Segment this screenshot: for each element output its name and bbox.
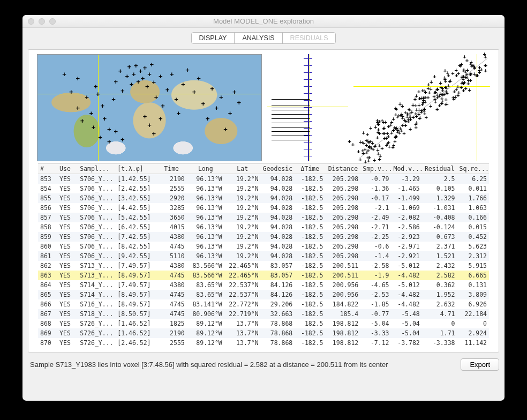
tab-residuals[interactable]: RESIDUALS [283, 33, 336, 43]
map-sample-marker: + [121, 87, 125, 94]
map-sample-marker: + [147, 121, 152, 128]
table-row[interactable]: 864YESS714_Y...[7.49.57]438083.65°W22.53… [38, 280, 489, 290]
scatter-point: + [459, 63, 462, 69]
col-header[interactable]: Residual [422, 164, 457, 174]
table-header-row[interactable]: #UseSampl...[t.λ.φ]TimeLongLatGeodesicΔT… [38, 164, 489, 174]
tab-display[interactable]: DISPLAY [192, 33, 235, 43]
map-sample-marker: + [147, 70, 152, 77]
map-sample-marker: + [143, 112, 147, 119]
table-row[interactable]: 866YESS716_Y...[8.49.57]474583.141°W22.7… [38, 299, 489, 309]
app-window: Model MODEL_ONE exploration DISPLAY ANAL… [22, 15, 505, 401]
map-sample-marker: + [219, 94, 223, 101]
export-button[interactable]: Export [461, 358, 499, 371]
map-sample-marker: + [130, 81, 134, 88]
scatter-point: + [409, 126, 412, 132]
map-sample-marker: + [107, 125, 111, 132]
map-sample-marker: + [98, 134, 102, 141]
scatter-point: + [369, 125, 372, 131]
titlebar: Model MODEL_ONE exploration [22, 15, 505, 28]
window-title: Model MODEL_ONE exploration [22, 17, 505, 25]
col-header[interactable]: # [38, 164, 57, 174]
map-sample-marker: + [103, 115, 107, 122]
col-header[interactable]: Distance [326, 164, 361, 174]
scatter-point: + [443, 85, 447, 91]
scatter-plot[interactable]: ++++++++++++++++++++++++++++++++++++++++… [353, 54, 490, 161]
world-map-plot[interactable]: ++++++++++++++++++++++++++++++++++++++++… [37, 54, 262, 161]
col-header[interactable]: Use [57, 164, 78, 174]
scatter-crosshair-v [477, 54, 477, 161]
scatter-point: + [366, 131, 369, 137]
data-table[interactable]: #UseSampl...[t.λ.φ]TimeLongLatGeodesicΔT… [38, 163, 489, 348]
col-header[interactable]: Geodesic [261, 164, 295, 174]
map-sample-marker: + [134, 62, 138, 69]
table-row[interactable]: 855YESS706_Y...[3.42.55]292096.13°W19.2°… [38, 193, 489, 203]
table-row[interactable]: 854YESS706_Y...[2.42.55]255596.13°W19.2°… [38, 184, 489, 193]
scatter-point: + [383, 131, 386, 137]
scatter-point: + [462, 67, 465, 73]
scatter-point: + [418, 115, 421, 121]
map-sample-marker: + [141, 74, 145, 81]
map-sample-marker: + [145, 83, 149, 90]
col-header[interactable]: ΔTime [295, 164, 325, 174]
col-header[interactable]: [t.λ.φ] [115, 164, 156, 174]
map-sample-marker: + [192, 88, 197, 95]
map-sample-marker: + [152, 130, 156, 137]
tab-analysis[interactable]: ANALYSIS [235, 33, 282, 43]
map-sample-marker: + [159, 72, 163, 79]
map-sample-marker: + [92, 123, 96, 130]
map-sample-marker: + [62, 70, 66, 77]
table-row[interactable]: 860YESS706_Y...[8.42.55]474596.13°W19.2°… [38, 242, 489, 251]
col-header[interactable]: Mod.v... [392, 164, 422, 174]
scatter-point: + [377, 121, 380, 127]
scatter-point: + [484, 54, 487, 59]
scatter-point: + [367, 158, 370, 164]
map-sample-marker: + [210, 85, 214, 92]
map-sample-marker: + [174, 96, 178, 103]
col-header[interactable]: Smp.v... [360, 164, 391, 174]
rug-crosshair-h [267, 107, 348, 107]
map-sample-marker: + [121, 136, 125, 143]
map-sample-marker: + [76, 104, 80, 111]
scatter-point: + [414, 122, 417, 128]
table-row[interactable]: 870YESS726_Y...[2.46.52]255589.12°W13.7°… [38, 338, 489, 348]
table-row[interactable]: 853YESS706_Y...[1.42.55]219096.13°W19.2°… [38, 174, 489, 184]
table-row[interactable]: 861YESS706_Y...[9.42.55]511096.13°W19.2°… [38, 251, 489, 261]
table-row[interactable]: 856YESS706_Y...[4.42.55]328596.13°W19.2°… [38, 203, 489, 213]
table-row[interactable]: 865YESS714_Y...[8.49.57]474583.65°W22.53… [38, 290, 489, 299]
scatter-point: + [462, 81, 465, 87]
minimize-icon[interactable] [39, 18, 45, 25]
table-row[interactable]: 862YESS713_Y...[7.49.57]438083.566°W22.4… [38, 261, 489, 271]
map-sample-marker: + [114, 128, 118, 134]
table-row[interactable]: 857YESS706_Y...[5.42.55]365096.13°W19.2°… [38, 213, 489, 222]
col-header[interactable]: Lat [224, 164, 261, 174]
scatter-point: + [422, 87, 425, 93]
col-header[interactable]: Time [156, 164, 187, 174]
rug-crosshair-v [310, 54, 310, 161]
scatter-point: + [380, 117, 383, 123]
col-header[interactable]: Sq.re... [457, 164, 489, 174]
col-header[interactable]: Sampl... [78, 164, 115, 174]
close-icon[interactable] [28, 18, 34, 25]
map-sample-marker: + [89, 109, 94, 116]
scatter-point: + [469, 71, 472, 77]
scatter-point: + [465, 58, 469, 64]
scatter-point: + [480, 66, 483, 72]
map-sample-marker: + [185, 66, 190, 73]
table-row[interactable]: 869YESS726_Y...[1.46.52]219089.12°W13.7°… [38, 328, 489, 338]
table-row[interactable]: 868YESS726_Y...[1.46.52]182589.12°W13.7°… [38, 319, 489, 328]
map-sample-marker: + [80, 117, 85, 124]
map-sample-marker: + [100, 102, 104, 109]
table-row[interactable]: 859YESS706_Y...[7.42.55]438096.13°W19.2°… [38, 232, 489, 242]
table-row[interactable]: 863YESS713_Y...[8.49.57]474583.566°W22.4… [38, 271, 489, 280]
col-header[interactable]: Long [187, 164, 224, 174]
table-row[interactable]: 867YESS718_Y...[8.50.57]474580.906°W22.7… [38, 309, 489, 319]
scatter-point: + [401, 103, 404, 109]
map-sample-marker: + [154, 94, 159, 101]
map-sample-marker: + [69, 88, 73, 95]
status-bar: Sample S713_Y1983 lies into voxel [3:7.4… [22, 356, 505, 375]
table-row[interactable]: 858YESS706_Y...[6.42.55]401596.13°W19.2°… [38, 222, 489, 232]
scatter-point: + [390, 119, 393, 125]
zoom-icon[interactable] [49, 18, 56, 25]
residual-rug-plot[interactable] [267, 54, 348, 161]
scatter-point: + [429, 103, 432, 109]
